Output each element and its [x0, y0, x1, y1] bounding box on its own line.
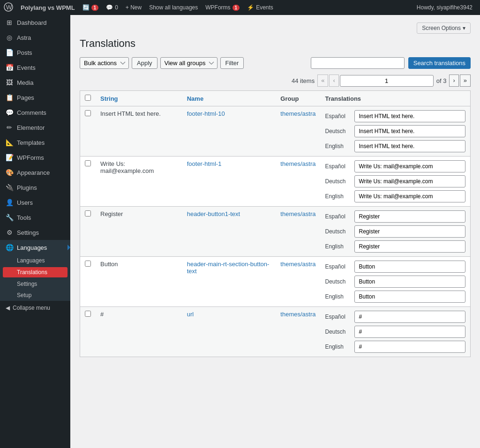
translation-input[interactable]	[354, 175, 465, 187]
translation-row: Español	[325, 311, 465, 323]
translations-col-header: Translations	[320, 91, 470, 106]
translation-input[interactable]	[354, 341, 465, 353]
lang-label: English	[325, 193, 351, 200]
lang-label: Deutsch	[325, 128, 351, 134]
collapse-menu-button[interactable]: ◀ Collapse menu	[0, 301, 70, 315]
last-page-button[interactable]: »	[460, 75, 471, 87]
elementor-icon: ✏	[6, 124, 13, 131]
of-pages: of 3	[436, 77, 447, 84]
tablenav-right: Search translations	[311, 57, 471, 69]
select-all-col	[80, 91, 96, 106]
sidebar-item-astra[interactable]: ◎ Astra	[0, 30, 70, 45]
first-page-button[interactable]: «	[317, 75, 328, 87]
row-checkbox-cell	[80, 207, 96, 257]
translation-input[interactable]	[354, 125, 465, 137]
name-cell: header-main-rt-section-button-text	[182, 257, 276, 307]
media-icon: 🖼	[6, 79, 13, 86]
lang-label: Deutsch	[325, 178, 351, 185]
sidebar-item-label: Users	[17, 199, 33, 206]
bulk-actions-dropdown[interactable]: Bulk actions	[80, 57, 129, 69]
sidebar-item-users[interactable]: 👤 Users	[0, 195, 70, 210]
adminbar-events[interactable]: ⚡ Events	[243, 0, 277, 15]
sidebar-item-elementor[interactable]: ✏ Elementor	[0, 120, 70, 135]
select-all-checkbox[interactable]	[85, 95, 91, 101]
search-input[interactable]	[311, 57, 405, 69]
dashboard-icon: ⊞	[6, 19, 13, 26]
adminbar-updates[interactable]: 🔄 1	[79, 0, 103, 15]
translation-row: Español	[325, 110, 465, 122]
svg-text:W: W	[6, 4, 12, 11]
row-checkbox-cell	[80, 257, 96, 307]
translation-input[interactable]	[354, 140, 465, 152]
sidebar-item-posts[interactable]: 📄 Posts	[0, 45, 70, 60]
translation-input[interactable]	[354, 261, 465, 273]
lang-label: Español	[325, 113, 351, 119]
translation-input[interactable]	[354, 326, 465, 338]
name-cell: footer-html-10	[182, 106, 276, 157]
adminbar-new[interactable]: + New	[122, 0, 145, 15]
sidebar-item-plugins[interactable]: 🔌 Plugins	[0, 180, 70, 195]
string-cell: Insert HTML text here.	[96, 106, 182, 157]
translation-row: English	[325, 291, 465, 303]
translation-row: Español	[325, 210, 465, 223]
apply-button[interactable]: Apply	[132, 57, 158, 69]
sidebar-item-comments[interactable]: 💬 Comments	[0, 105, 70, 120]
wp-logo[interactable]: W	[4, 2, 13, 13]
current-page-input[interactable]	[340, 75, 434, 87]
sidebar-item-pages[interactable]: 📋 Pages	[0, 90, 70, 105]
prev-page-button[interactable]: ‹	[329, 75, 338, 87]
translation-input[interactable]	[354, 311, 465, 323]
submenu-setup[interactable]: Setup	[0, 290, 70, 301]
row-checkbox[interactable]	[85, 110, 91, 116]
sidebar-item-dashboard[interactable]: ⊞ Dashboard	[0, 15, 70, 30]
table-row: Registerheader-button1-textthemes/astraE…	[80, 207, 471, 257]
search-translations-button[interactable]: Search translations	[408, 57, 471, 69]
sidebar-item-settings[interactable]: ⚙ Settings	[0, 225, 70, 240]
translation-input[interactable]	[354, 225, 465, 238]
sidebar-item-label: Pages	[17, 94, 34, 101]
translation-input[interactable]	[354, 110, 465, 122]
lang-label: Español	[325, 213, 351, 220]
translation-row: Deutsch	[325, 326, 465, 338]
sidebar-item-events[interactable]: 📅 Events	[0, 60, 70, 75]
sidebar-item-tools[interactable]: 🔧 Tools	[0, 210, 70, 225]
filter-button[interactable]: Filter	[220, 57, 244, 69]
adminbar-wpforms[interactable]: WPForms 1	[202, 0, 243, 15]
row-checkbox[interactable]	[85, 210, 91, 217]
translation-input[interactable]	[354, 276, 465, 288]
row-checkbox[interactable]	[85, 261, 91, 267]
translation-input[interactable]	[354, 160, 465, 172]
screen-options-button[interactable]: Screen Options ▾	[417, 22, 471, 34]
main-content: Screen Options ▾ Translations Bulk actio…	[70, 15, 480, 448]
view-groups-dropdown[interactable]: View all groups	[160, 57, 218, 69]
row-checkbox-cell	[80, 157, 96, 207]
adminbar-comments[interactable]: 💬 0	[102, 0, 122, 15]
name-cell: header-button1-text	[182, 207, 276, 257]
row-checkbox[interactable]	[85, 311, 91, 317]
string-col-header[interactable]: String	[96, 91, 182, 106]
next-page-button[interactable]: ›	[449, 75, 458, 87]
row-checkbox[interactable]	[85, 160, 91, 166]
translation-input[interactable]	[354, 291, 465, 303]
submenu-settings[interactable]: Settings	[0, 278, 70, 290]
admin-bar: W Polylang vs WPML 🔄 1 💬 0 + New Show al…	[0, 0, 480, 15]
sidebar-item-templates[interactable]: 📐 Templates	[0, 135, 70, 150]
submenu-translations[interactable]: Translations	[3, 267, 68, 277]
translation-input[interactable]	[354, 190, 465, 202]
adminbar-site-name[interactable]: Polylang vs WPML	[17, 0, 79, 15]
translation-row: Deutsch	[325, 125, 465, 137]
table-row: Write Us: mail@example.comfooter-html-1t…	[80, 157, 471, 207]
sidebar-item-languages[interactable]: 🌐 Languages	[0, 240, 70, 255]
adminbar-show-languages[interactable]: Show all languages	[145, 0, 202, 15]
sidebar-item-media[interactable]: 🖼 Media	[0, 75, 70, 90]
lang-label: English	[325, 293, 351, 300]
sidebar-item-label: Templates	[17, 139, 45, 146]
translation-input[interactable]	[354, 210, 465, 223]
sidebar-item-appearance[interactable]: 🎨 Appearance	[0, 165, 70, 180]
sidebar-item-wpforms[interactable]: 📝 WPForms	[0, 150, 70, 165]
submenu-languages[interactable]: Languages	[0, 255, 70, 266]
translation-row: English	[325, 190, 465, 202]
translation-input[interactable]	[354, 240, 465, 253]
translation-row: Deutsch	[325, 276, 465, 288]
name-col-header[interactable]: Name	[182, 91, 276, 106]
